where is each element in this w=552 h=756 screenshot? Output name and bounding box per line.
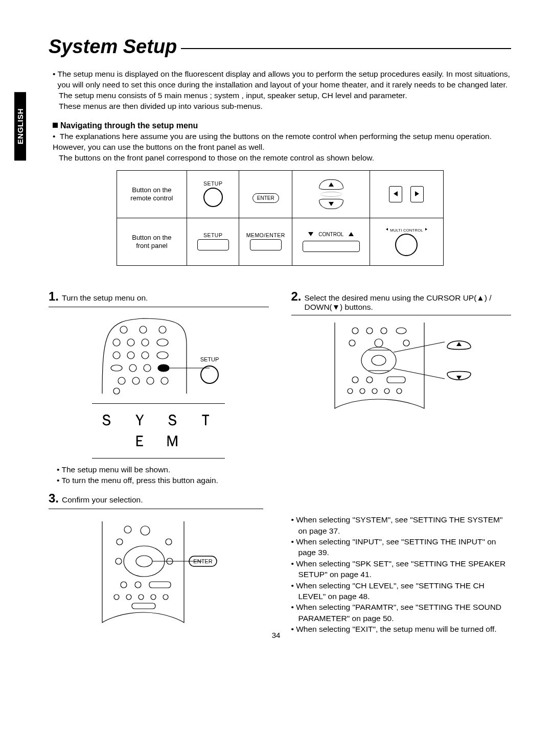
ref-system: When selecting "SYSTEM", see "SETTING TH… [291, 514, 512, 536]
ref-paramtr: When selecting "PARAMTR", see "SETTING T… [291, 602, 512, 624]
cell-remote-updown [292, 171, 370, 218]
svg-point-47 [136, 556, 152, 567]
svg-point-23 [381, 328, 387, 334]
step-2-number: 2. [291, 289, 302, 304]
callout-enter-label: ENTER [194, 558, 213, 564]
svg-point-45 [166, 539, 172, 545]
svg-point-5 [142, 339, 149, 346]
svg-point-54 [126, 594, 131, 600]
intro-block: • The setup menu is displayed on the flu… [53, 69, 511, 112]
callout-setup-button-icon [201, 366, 218, 383]
svg-point-42 [124, 526, 131, 533]
svg-line-38 [394, 342, 445, 352]
fluorescent-display: Ｓ Ｙ Ｓ Ｔ Ｅ Ｍ [92, 403, 225, 459]
svg-point-33 [348, 388, 353, 394]
cursor-down-icon [319, 199, 343, 209]
cell-front-setup: SETUP [187, 218, 239, 266]
svg-point-57 [163, 594, 168, 600]
svg-point-0 [120, 326, 127, 333]
svg-point-15 [118, 377, 125, 384]
enter-button-icon: ENTER [252, 193, 279, 203]
svg-point-48 [116, 558, 122, 564]
svg-point-2 [159, 326, 166, 333]
cell-front-multicontrol: MULTI CONTROL [370, 218, 443, 266]
ref-chlevel: When selecting "CH LEVEL", see "SETTING … [291, 580, 512, 602]
page-number: 34 [0, 631, 552, 639]
row-front-label: Button on the front panel [117, 218, 187, 266]
svg-point-18 [161, 377, 168, 384]
svg-point-29 [372, 355, 386, 365]
svg-point-55 [139, 594, 144, 600]
intro-line-3: These menus are then divided up into var… [59, 101, 511, 112]
svg-point-14 [158, 364, 169, 372]
svg-rect-32 [387, 377, 405, 383]
step-2: 2. Select the desired menu using the CUR… [291, 289, 512, 486]
svg-point-51 [135, 582, 141, 588]
svg-point-25 [349, 340, 355, 346]
svg-point-31 [366, 377, 373, 383]
svg-point-11 [111, 365, 122, 371]
svg-point-16 [132, 377, 140, 384]
svg-point-56 [151, 594, 156, 600]
svg-point-34 [360, 388, 365, 394]
control-down-icon [308, 232, 313, 237]
callout-setup-label: SETUP [200, 356, 219, 362]
svg-line-39 [394, 369, 445, 379]
step-1-note-2: To turn the menu off, press this button … [57, 475, 269, 486]
step-2-text: Select the desired menu using the CURSOR… [305, 293, 511, 312]
step-3-reference-list: When selecting "SYSTEM", see "SETTING TH… [291, 514, 512, 634]
display-text: Ｓ Ｙ Ｓ Ｔ Ｅ Ｍ [96, 410, 222, 452]
svg-rect-52 [149, 582, 171, 588]
svg-point-26 [375, 339, 383, 347]
svg-point-13 [144, 364, 151, 372]
step-1-number: 1. [49, 289, 59, 304]
step-1: 1. Turn the setup menu on. [49, 289, 269, 486]
svg-marker-41 [456, 376, 462, 380]
multicontrol-dial-icon [395, 234, 418, 256]
svg-marker-40 [456, 342, 462, 346]
language-tab: ENGLISH [14, 92, 26, 161]
svg-point-17 [147, 377, 154, 384]
svg-point-30 [352, 377, 358, 383]
cell-front-memoenter: MEMO/ENTER [239, 218, 292, 266]
svg-point-3 [113, 339, 120, 346]
step-1-text: Turn the setup menu on. [62, 293, 148, 303]
cursor-left-icon [389, 186, 402, 202]
svg-point-43 [141, 526, 150, 535]
svg-point-27 [403, 340, 409, 346]
svg-point-19 [113, 388, 120, 394]
cell-remote-enter: ENTER [239, 171, 292, 218]
svg-point-7 [113, 352, 120, 359]
svg-point-9 [142, 352, 149, 359]
svg-point-21 [352, 328, 358, 334]
svg-point-24 [396, 328, 406, 334]
cursor-up-icon [319, 179, 343, 190]
step-1-note-1: The setup menu will be shown. [57, 465, 269, 475]
page-title: System Setup [49, 36, 511, 58]
svg-point-36 [384, 388, 389, 394]
remote-illustration-cursor [319, 323, 483, 409]
svg-point-28 [361, 347, 396, 374]
setup-front-icon [197, 239, 229, 250]
cell-front-control: CONTROL [292, 218, 370, 266]
memoenter-front-icon [250, 239, 282, 250]
svg-point-50 [121, 582, 127, 588]
control-front-icon [303, 241, 360, 252]
cursor-right-icon [410, 186, 424, 202]
nav-bullet: The explanations here assume you are usi… [53, 132, 492, 151]
svg-point-10 [157, 352, 168, 359]
step-3-text: Confirm your selection. [62, 495, 143, 505]
svg-point-35 [372, 388, 377, 394]
svg-point-53 [114, 594, 119, 600]
remote-illustration-enter: ENTER [87, 521, 230, 624]
step-3-number: 3. [49, 491, 59, 506]
svg-rect-58 [132, 603, 155, 609]
setup-button-icon [203, 188, 223, 207]
intro-line-2: The setup menu consists of 5 main menus … [59, 90, 511, 101]
svg-point-12 [129, 364, 136, 372]
ref-input: When selecting "INPUT", see "SETTING THE… [291, 536, 512, 558]
title-text: System Setup [49, 36, 177, 58]
remote-illustration-setup: SETUP [82, 314, 235, 396]
cell-remote-setup: SETUP [187, 171, 239, 218]
nav-line-2: The buttons on the front panel correspon… [59, 153, 511, 164]
